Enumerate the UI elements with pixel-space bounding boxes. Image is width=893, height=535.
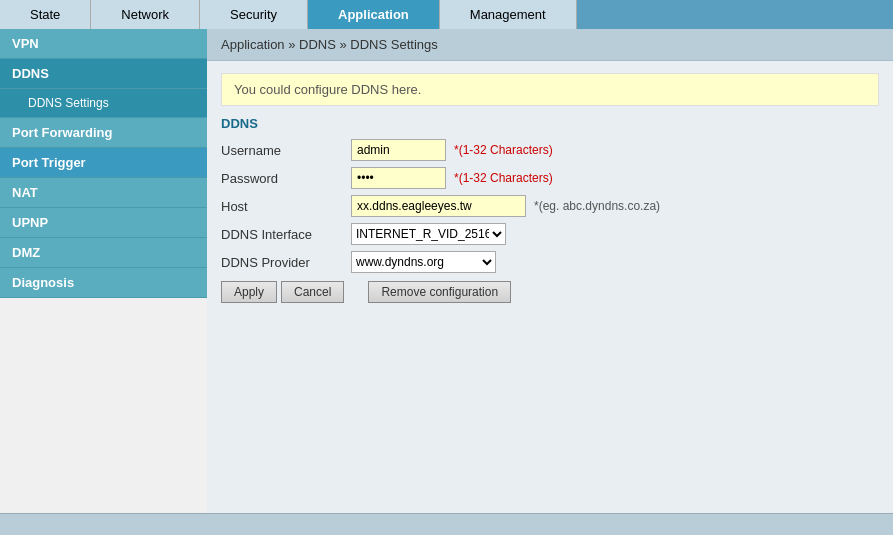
sidebar-item-ddns-settings[interactable]: DDNS Settings (0, 89, 207, 118)
password-input[interactable] (351, 167, 446, 189)
nav-management[interactable]: Management (440, 0, 577, 29)
sidebar-item-port-trigger[interactable]: Port Trigger (0, 148, 207, 178)
sidebar: VPN DDNS DDNS Settings Port Forwarding P… (0, 29, 207, 513)
ddns-provider-label: DDNS Provider (221, 255, 351, 270)
host-row: Host *(eg. abc.dyndns.co.za) (221, 195, 879, 217)
username-label: Username (221, 143, 351, 158)
password-label: Password (221, 171, 351, 186)
sidebar-item-nat[interactable]: NAT (0, 178, 207, 208)
password-row: Password *(1-32 Characters) (221, 167, 879, 189)
username-hint: *(1-32 Characters) (454, 143, 553, 157)
ddns-interface-select[interactable]: INTERNET_R_VID_2516 (351, 223, 506, 245)
password-hint: *(1-32 Characters) (454, 171, 553, 185)
main-layout: VPN DDNS DDNS Settings Port Forwarding P… (0, 29, 893, 513)
username-row: Username *(1-32 Characters) (221, 139, 879, 161)
apply-button[interactable]: Apply (221, 281, 277, 303)
username-input[interactable] (351, 139, 446, 161)
breadcrumb: Application » DDNS » DDNS Settings (207, 29, 893, 61)
host-input[interactable] (351, 195, 526, 217)
sidebar-item-dmz[interactable]: DMZ (0, 238, 207, 268)
remove-config-button[interactable]: Remove configuration (368, 281, 511, 303)
ddns-provider-select[interactable]: www.dyndns.org (351, 251, 496, 273)
ddns-interface-row: DDNS Interface INTERNET_R_VID_2516 (221, 223, 879, 245)
cancel-button[interactable]: Cancel (281, 281, 344, 303)
ddns-provider-row: DDNS Provider www.dyndns.org (221, 251, 879, 273)
host-hint: *(eg. abc.dyndns.co.za) (534, 199, 660, 213)
info-box: You could configure DDNS here. (221, 73, 879, 106)
sidebar-item-diagnosis[interactable]: Diagnosis (0, 268, 207, 298)
nav-spacer (577, 0, 893, 29)
form-section-title: DDNS (221, 116, 879, 131)
content-area: Application » DDNS » DDNS Settings You c… (207, 29, 893, 513)
nav-network[interactable]: Network (91, 0, 200, 29)
host-label: Host (221, 199, 351, 214)
bottom-bar (0, 513, 893, 535)
nav-security[interactable]: Security (200, 0, 308, 29)
top-nav: State Network Security Application Manag… (0, 0, 893, 29)
sidebar-item-ddns[interactable]: DDNS (0, 59, 207, 89)
sidebar-item-upnp[interactable]: UPNP (0, 208, 207, 238)
button-row: Apply Cancel Remove configuration (221, 281, 879, 303)
sidebar-item-port-forwarding[interactable]: Port Forwarding (0, 118, 207, 148)
nav-application[interactable]: Application (308, 0, 440, 29)
sidebar-item-vpn[interactable]: VPN (0, 29, 207, 59)
ddns-form: DDNS Username *(1-32 Characters) Passwor… (221, 116, 879, 303)
nav-state[interactable]: State (0, 0, 91, 29)
ddns-interface-label: DDNS Interface (221, 227, 351, 242)
